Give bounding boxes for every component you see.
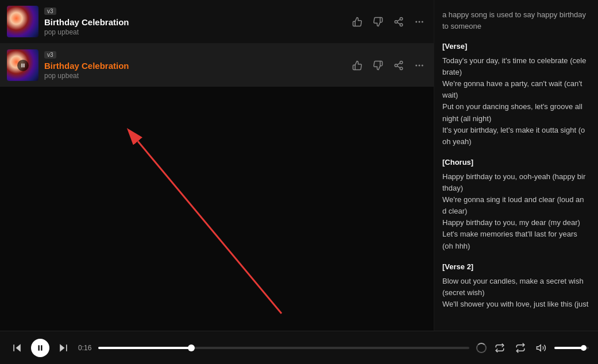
playing-indicator: [17, 60, 29, 71]
loop-button[interactable]: [492, 340, 507, 355]
svg-marker-26: [537, 344, 541, 351]
lyrics-verse-1: [Verse] Today's your day, it's time to c…: [442, 41, 590, 148]
svg-rect-9: [23, 63, 24, 67]
svg-line-19: [138, 141, 281, 313]
svg-point-2: [400, 24, 403, 26]
track-list: v3 Birthday Celebration pop upbeat: [0, 0, 434, 331]
chorus-line-2: We're gonna sing it loud and clear (loud…: [442, 194, 590, 217]
volume-button[interactable]: [534, 340, 549, 355]
dislike-button-1[interactable]: [371, 14, 385, 29]
svg-point-12: [400, 67, 403, 70]
pause-button[interactable]: [31, 339, 49, 357]
current-time: 0:16: [78, 344, 91, 352]
like-button-1[interactable]: [350, 14, 365, 29]
track-thumbnail-2: [7, 49, 38, 81]
player-bar: 0:16: [0, 331, 598, 364]
svg-point-11: [395, 64, 398, 67]
track-item-2[interactable]: v3 Birthday Celebration pop upbeat: [0, 44, 434, 87]
volume-bar[interactable]: [554, 347, 589, 349]
track-info-2: v3 Birthday Celebration pop upbeat: [44, 51, 344, 80]
svg-line-13: [397, 66, 400, 68]
verse-2-line-1: Blow out your candles, make a secret wis…: [442, 276, 590, 299]
volume-fill: [554, 347, 584, 349]
svg-point-15: [415, 64, 417, 66]
lyrics-verse-2: [Verse 2] Blow out your candles, make a …: [442, 261, 590, 310]
version-badge-2: v3: [44, 51, 56, 59]
dislike-button-2[interactable]: [371, 58, 385, 73]
progress-fill: [98, 347, 191, 349]
progress-bar[interactable]: [98, 347, 469, 349]
verse-1-line-2: We're gonna have a party, can't wait (ca…: [442, 78, 590, 101]
player-right-controls: [476, 340, 589, 355]
share-button-2[interactable]: [391, 58, 406, 73]
svg-line-14: [397, 63, 400, 64]
chorus-line-1: Happy birthday to you, ooh-yeah (happy b…: [442, 171, 590, 194]
skip-forward-button[interactable]: [55, 340, 71, 356]
svg-marker-20: [16, 344, 21, 351]
svg-rect-23: [41, 345, 42, 350]
more-button-1[interactable]: [412, 14, 427, 29]
svg-point-7: [422, 21, 423, 22]
svg-rect-22: [38, 345, 40, 350]
share-button-1[interactable]: [391, 14, 406, 29]
verse-1-line-4: It's your birthday, let's make it outta …: [442, 125, 590, 148]
lyrics-panel: a happy song is used to say happy birthd…: [434, 0, 598, 331]
chorus-line-3: Happy birthday to you, my dear (my dear): [442, 217, 590, 229]
skip-back-button[interactable]: [9, 340, 25, 356]
verse-2-line-2: We'll shower you with love, just like th…: [442, 299, 590, 310]
track-item-1[interactable]: v3 Birthday Celebration pop upbeat: [0, 0, 434, 44]
like-button-2[interactable]: [350, 58, 365, 73]
svg-point-10: [400, 61, 403, 64]
svg-marker-24: [60, 344, 64, 351]
chorus-line-4: Let's make memories that'll last for yea…: [442, 229, 590, 251]
verse-1-line-1: Today's your day, it's time to celebrate…: [442, 55, 590, 78]
track-genre-2: pop upbeat: [44, 72, 344, 80]
track-info-1: v3 Birthday Celebration pop upbeat: [44, 7, 344, 36]
annotation-arrow: [69, 124, 299, 325]
progress-thumb: [188, 344, 195, 351]
track-genre-1: pop upbeat: [44, 28, 344, 36]
lyrics-intro: a happy song is used to say happy birthd…: [442, 9, 590, 32]
chorus-label: [Chorus]: [442, 157, 590, 169]
svg-point-1: [395, 20, 398, 23]
svg-rect-8: [21, 63, 22, 67]
version-badge-1: v3: [44, 7, 56, 15]
track-title-1: Birthday Celebration: [44, 17, 344, 27]
verse-2-label: [Verse 2]: [442, 261, 590, 273]
volume-thumb: [581, 345, 587, 351]
svg-point-16: [419, 64, 420, 66]
svg-point-17: [422, 64, 423, 66]
track-actions-1: [350, 14, 427, 29]
repeat-button[interactable]: [513, 340, 528, 355]
lyrics-chorus: [Chorus] Happy birthday to you, ooh-yeah…: [442, 157, 590, 252]
svg-line-4: [397, 19, 400, 21]
svg-line-3: [397, 22, 400, 24]
track-actions-2: [350, 58, 427, 73]
progress-container[interactable]: [98, 347, 469, 349]
verse-1-line-3: Put on your dancing shoes, let's groove …: [442, 101, 590, 124]
svg-point-0: [400, 17, 403, 20]
player-controls: [9, 339, 71, 357]
track-title-2: Birthday Celebration: [44, 61, 344, 71]
svg-point-5: [415, 21, 417, 22]
verse-1-label: [Verse]: [442, 41, 590, 53]
loading-spinner-icon: [476, 343, 487, 353]
more-button-2[interactable]: [412, 58, 427, 73]
svg-point-6: [419, 21, 420, 22]
track-thumbnail-1: [7, 6, 38, 37]
